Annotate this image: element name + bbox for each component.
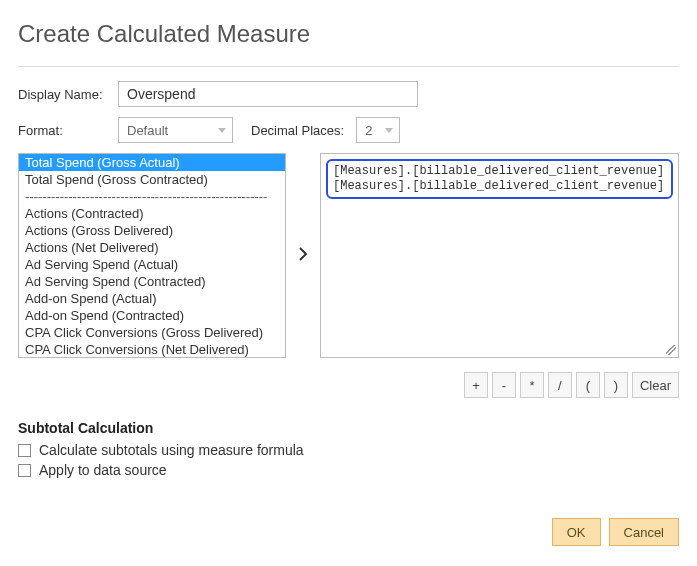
cancel-button[interactable]: Cancel [609, 518, 679, 546]
op-rparen-button[interactable]: ) [604, 372, 628, 398]
apply-datasource-checkbox[interactable] [18, 464, 31, 477]
list-item[interactable]: CPA Click Conversions (Gross Delivered) [19, 324, 285, 341]
formula-line: [Measures].[billable_delivered_client_re… [333, 179, 666, 194]
dialog-title: Create Calculated Measure [18, 20, 679, 48]
list-item[interactable]: Actions (Contracted) [19, 205, 285, 222]
apply-datasource-label: Apply to data source [39, 462, 167, 478]
op-multiply-button[interactable]: * [520, 372, 544, 398]
op-divide-button[interactable]: / [548, 372, 572, 398]
add-to-formula-arrow[interactable] [286, 247, 320, 265]
op-lparen-button[interactable]: ( [576, 372, 600, 398]
list-item[interactable]: Total Spend (Gross Actual) [19, 154, 285, 171]
chevron-down-icon [385, 128, 393, 133]
chevron-right-icon [298, 247, 308, 261]
format-select-value: Default [127, 123, 168, 138]
chevron-down-icon [218, 128, 226, 133]
list-item[interactable]: Ad Serving Spend (Actual) [19, 256, 285, 273]
measures-listbox[interactable]: Total Spend (Gross Actual)Total Spend (G… [18, 153, 286, 358]
format-select[interactable]: Default [118, 117, 233, 143]
op-plus-button[interactable]: + [464, 372, 488, 398]
decimal-places-label: Decimal Places: [251, 123, 344, 138]
list-item[interactable]: Actions (Net Delivered) [19, 239, 285, 256]
subtotal-formula-label: Calculate subtotals using measure formul… [39, 442, 304, 458]
divider [18, 66, 679, 67]
list-item[interactable]: Actions (Gross Delivered) [19, 222, 285, 239]
subtotal-heading: Subtotal Calculation [18, 420, 679, 436]
display-name-input[interactable] [118, 81, 418, 107]
list-item[interactable]: Add-on Spend (Actual) [19, 290, 285, 307]
ok-button[interactable]: OK [552, 518, 601, 546]
list-divider: ----------------------------------------… [19, 188, 285, 205]
op-clear-button[interactable]: Clear [632, 372, 679, 398]
formula-line: [Measures].[billable_delivered_client_re… [333, 164, 666, 179]
formula-textarea[interactable]: [Measures].[billable_delivered_client_re… [320, 153, 679, 358]
subtotal-formula-checkbox[interactable] [18, 444, 31, 457]
op-minus-button[interactable]: - [492, 372, 516, 398]
decimal-places-value: 2 [365, 123, 372, 138]
resize-grip-icon[interactable] [666, 345, 676, 355]
list-item[interactable]: Total Spend (Gross Contracted) [19, 171, 285, 188]
display-name-label: Display Name: [18, 87, 118, 102]
list-item[interactable]: Add-on Spend (Contracted) [19, 307, 285, 324]
decimal-places-select[interactable]: 2 [356, 117, 400, 143]
list-item[interactable]: CPA Click Conversions (Net Delivered) [19, 341, 285, 358]
format-label: Format: [18, 123, 118, 138]
list-item[interactable]: Ad Serving Spend (Contracted) [19, 273, 285, 290]
